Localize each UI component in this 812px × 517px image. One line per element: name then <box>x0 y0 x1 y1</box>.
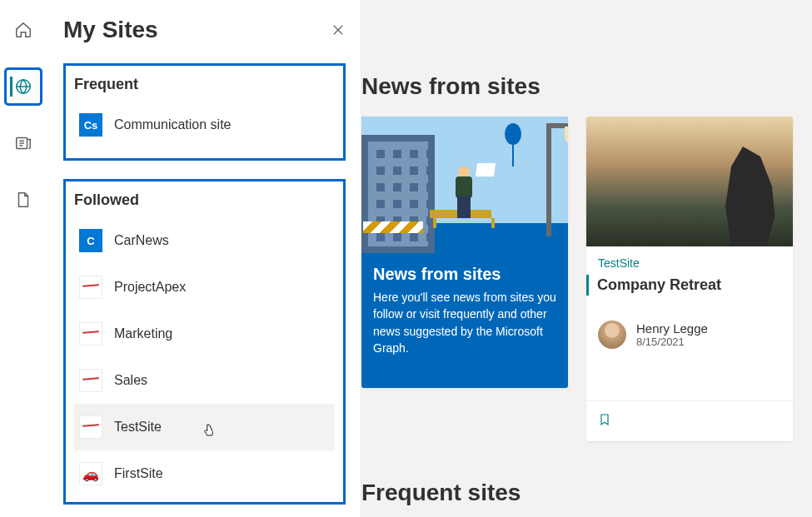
frequent-heading: Frequent <box>74 76 335 93</box>
author-avatar <box>598 321 626 349</box>
my-sites-panel: My Sites Frequent CsCommunication site F… <box>47 0 361 517</box>
followed-section: Followed CCarNewsProjectApexMarketingSal… <box>63 179 346 505</box>
news-cards-row: News from sites Here you'll see news fro… <box>361 117 812 441</box>
news-from-sites-heading: News from sites <box>361 73 812 100</box>
site-row[interactable]: TestSite <box>74 404 335 450</box>
site-icon: Cs <box>79 113 102 137</box>
site-name: ProjectApex <box>114 280 186 295</box>
site-icon <box>79 322 102 345</box>
site-icon: C <box>79 229 102 252</box>
globe-icon <box>14 77 32 96</box>
site-row[interactable]: Sales <box>74 357 335 404</box>
news-placeholder-card[interactable]: News from sites Here you'll see news fro… <box>361 117 568 388</box>
site-row[interactable]: 🚗FirstSite <box>74 450 335 497</box>
site-row[interactable]: CsCommunication site <box>74 102 335 148</box>
site-name: FirstSite <box>114 466 163 481</box>
post-site-link[interactable]: TestSite <box>598 256 781 270</box>
site-row[interactable]: CCarNews <box>74 217 335 264</box>
panel-title: My Sites <box>63 17 158 43</box>
app-rail <box>0 0 47 517</box>
site-row[interactable]: ProjectApex <box>74 264 335 311</box>
main-content: News from sites News from sites Here you… <box>361 0 812 517</box>
site-icon <box>79 369 102 392</box>
site-icon <box>79 276 102 299</box>
bookmark-icon[interactable] <box>598 411 611 428</box>
news-illustration <box>361 117 568 253</box>
rail-home[interactable] <box>7 13 40 47</box>
author-name: Henry Legge <box>636 321 708 336</box>
post-thumbnail <box>586 117 793 246</box>
news-icon <box>14 134 32 152</box>
close-button[interactable] <box>331 22 346 37</box>
rail-news[interactable] <box>7 127 40 160</box>
site-name: CarNews <box>114 233 169 248</box>
file-icon <box>14 191 32 209</box>
news-card-desc: Here you'll see news from sites you foll… <box>361 289 568 368</box>
close-icon <box>331 22 346 37</box>
post-author-row: Henry Legge 8/15/2021 <box>586 306 793 364</box>
site-row[interactable]: Marketing <box>74 311 335 357</box>
rail-files[interactable] <box>7 183 40 216</box>
followed-heading: Followed <box>74 191 335 209</box>
post-title: Company Retreat <box>586 275 781 296</box>
site-icon: 🚗 <box>79 462 102 485</box>
post-date: 8/15/2021 <box>636 336 708 348</box>
site-name: Sales <box>114 373 147 388</box>
rail-sites[interactable] <box>7 70 40 103</box>
site-name: Marketing <box>114 326 172 341</box>
home-icon <box>14 21 32 39</box>
frequent-section: Frequent CsCommunication site <box>63 63 346 161</box>
site-name: Communication site <box>114 117 232 132</box>
frequent-sites-heading: Frequent sites <box>361 480 812 506</box>
news-card-title: News from sites <box>361 253 568 289</box>
site-name: TestSite <box>114 420 162 435</box>
news-post-card[interactable]: TestSite Company Retreat Henry Legge 8/1… <box>586 117 793 441</box>
site-icon <box>79 415 102 439</box>
